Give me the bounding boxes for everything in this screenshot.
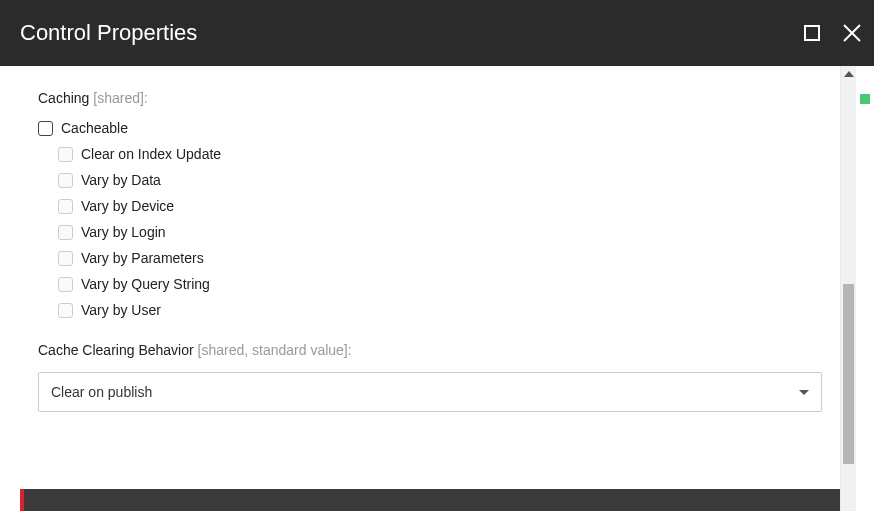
maximize-button[interactable] [798, 19, 826, 47]
section-accent-bar [20, 489, 840, 511]
vary-by-parameters-row[interactable]: Vary by Parameters [58, 250, 822, 266]
checkbox-icon [58, 303, 73, 318]
cacheable-row[interactable]: Cacheable [38, 120, 822, 136]
vary-by-user-row[interactable]: Vary by User [58, 302, 822, 318]
checkbox-icon [58, 199, 73, 214]
cache-clearing-label: Cache Clearing Behavior [shared, standar… [38, 342, 822, 358]
clear-on-index-update-row[interactable]: Clear on Index Update [58, 146, 822, 162]
triangle-up-icon [844, 71, 854, 77]
caching-section: Caching [shared]: Cacheable Clear on Ind… [38, 90, 822, 318]
vary-by-query-string-row[interactable]: Vary by Query String [58, 276, 822, 292]
main-panel: Caching [shared]: Cacheable Clear on Ind… [0, 66, 840, 511]
option-label: Vary by Data [81, 172, 161, 188]
caching-label-text: Caching [38, 90, 89, 106]
checkbox-icon [38, 121, 53, 136]
scroll-up-arrow[interactable] [841, 66, 856, 82]
option-label: Vary by Device [81, 198, 174, 214]
dialog-header: Control Properties [0, 0, 874, 66]
option-label: Vary by Login [81, 224, 166, 240]
checkbox-icon [58, 147, 73, 162]
vertical-scrollbar[interactable] [840, 66, 856, 511]
checkbox-icon [58, 251, 73, 266]
dialog-title: Control Properties [20, 20, 197, 46]
close-icon [841, 22, 863, 44]
caching-label-meta: [shared]: [93, 90, 147, 106]
option-label: Vary by Parameters [81, 250, 204, 266]
cache-clearing-section: Cache Clearing Behavior [shared, standar… [38, 342, 822, 412]
cacheable-label: Cacheable [61, 120, 128, 136]
cache-clearing-label-text: Cache Clearing Behavior [38, 342, 194, 358]
status-marker [860, 94, 870, 104]
option-label: Clear on Index Update [81, 146, 221, 162]
svg-rect-0 [805, 26, 819, 40]
right-gutter [856, 66, 874, 511]
option-label: Vary by User [81, 302, 161, 318]
option-label: Vary by Query String [81, 276, 210, 292]
cache-clearing-select[interactable]: Clear on publish [38, 372, 822, 412]
maximize-icon [803, 24, 821, 42]
checkbox-icon [58, 225, 73, 240]
caching-label: Caching [shared]: [38, 90, 822, 106]
vary-by-device-row[interactable]: Vary by Device [58, 198, 822, 214]
checkbox-icon [58, 173, 73, 188]
scroll-thumb[interactable] [843, 284, 854, 464]
window-controls [798, 0, 866, 66]
cache-clearing-select-wrap: Clear on publish [38, 372, 822, 412]
content-area: Caching [shared]: Cacheable Clear on Ind… [0, 66, 874, 511]
vary-by-data-row[interactable]: Vary by Data [58, 172, 822, 188]
close-button[interactable] [838, 19, 866, 47]
checkbox-icon [58, 277, 73, 292]
vary-by-login-row[interactable]: Vary by Login [58, 224, 822, 240]
cache-clearing-value: Clear on publish [51, 384, 152, 400]
cache-clearing-label-meta: [shared, standard value]: [198, 342, 352, 358]
